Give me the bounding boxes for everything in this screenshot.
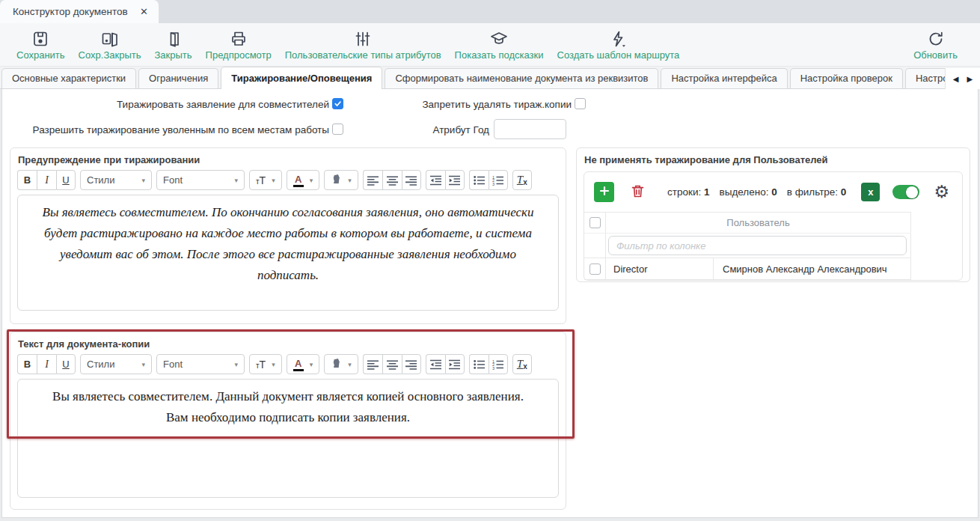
allow-fired-checkbox-label: Разрешить тиражирование уволенным по все… xyxy=(33,124,329,135)
warning-editor-content[interactable]: Вы являетесь совместителем. По окончанию… xyxy=(17,195,559,311)
save-close-label: Сохр.Закрыть xyxy=(79,49,141,61)
underline-button[interactable]: U xyxy=(56,170,76,190)
save-close-button[interactable]: Сохр.Закрыть xyxy=(76,28,144,62)
bullet-list-button[interactable] xyxy=(469,170,489,190)
editor-line: подписать. xyxy=(18,265,558,286)
create-route-template-button[interactable]: Создать шаблон маршрута xyxy=(554,28,683,62)
add-row-button[interactable] xyxy=(594,182,614,202)
warning-editor-toolbar: B I U Стили▾ Font▾ тT▾ A▾ ▾ 12 xyxy=(17,170,559,190)
font-size-dropdown[interactable]: тT▾ xyxy=(249,354,282,374)
export-excel-button[interactable]: x xyxy=(861,183,880,201)
row-checkbox[interactable] xyxy=(589,263,601,275)
show-hints-button[interactable]: Показать подсказки xyxy=(452,28,547,62)
trash-icon xyxy=(630,183,646,201)
delete-row-button[interactable] xyxy=(630,183,646,201)
outdent-button[interactable] xyxy=(426,354,445,374)
editor-line: Вы являетесь совместителем. Данный докум… xyxy=(18,386,558,407)
users-grid-toolbar: строки: 1 выделено: 0 в фильтре: 0 x ⚙ xyxy=(584,172,962,212)
tab-scroll-left-icon[interactable]: ◀ xyxy=(953,75,959,83)
ink-bottle-icon xyxy=(331,174,342,187)
copy-editor-content[interactable]: Вы являетесь совместителем. Данный докум… xyxy=(17,379,559,498)
gear-icon[interactable]: ⚙ xyxy=(934,183,949,201)
styles-dropdown[interactable]: Стили▾ xyxy=(80,354,152,374)
users-grid-card: строки: 1 выделено: 0 в фильтре: 0 x ⚙ П… xyxy=(584,171,963,281)
replicate-checkbox[interactable] xyxy=(332,98,343,109)
filter-toggle[interactable] xyxy=(892,185,919,199)
clear-formatting-button[interactable]: Tx xyxy=(512,170,532,190)
outdent-button[interactable] xyxy=(426,170,445,190)
align-right-button[interactable] xyxy=(402,354,421,374)
text-color-button[interactable]: A▾ xyxy=(287,354,320,374)
align-center-button[interactable] xyxy=(382,170,402,190)
tab-main-characteristics[interactable]: Основные характеристки xyxy=(1,68,136,88)
preview-button[interactable]: Предпросмотр xyxy=(203,28,275,62)
styles-dropdown[interactable]: Стили▾ xyxy=(80,170,152,190)
align-center-button[interactable] xyxy=(382,354,402,374)
bold-button[interactable]: B xyxy=(17,170,37,190)
users-column-header[interactable]: Пользователь xyxy=(606,213,911,233)
attr-year-input[interactable] xyxy=(494,119,566,139)
bullet-list-button[interactable] xyxy=(469,354,489,374)
users-table-row[interactable]: Director Смирнов Александр Александрович xyxy=(584,258,911,280)
selected-count-value: 0 xyxy=(771,186,777,198)
chevron-down-icon: ▾ xyxy=(348,177,352,184)
color-bar xyxy=(293,369,304,371)
grid-counters: строки: 1 выделено: 0 в фильтре: 0 xyxy=(667,186,846,198)
align-left-button[interactable] xyxy=(363,354,382,374)
tab-replication-notifications[interactable]: Тиражирование/Оповещения xyxy=(221,67,382,89)
warning-editor-title: Предупреждение при тиражировании xyxy=(10,148,566,168)
tab-generate-document-name[interactable]: Сформировать наименование документа из р… xyxy=(385,68,658,88)
tab-check-settings[interactable]: Настройка проверок xyxy=(790,68,903,88)
indent-button[interactable] xyxy=(445,170,465,190)
highlight-color-button[interactable]: ▾ xyxy=(324,354,358,374)
tab-close-icon[interactable]: ✕ xyxy=(138,6,150,17)
align-right-button[interactable] xyxy=(402,170,421,190)
chevron-down-icon: ▾ xyxy=(141,361,145,368)
users-table: Пользователь Director Смирнов Александр … xyxy=(584,212,911,280)
font-dropdown[interactable]: Font▾ xyxy=(156,354,245,374)
create-route-template-label: Создать шаблон маршрута xyxy=(557,49,680,61)
indent-button[interactable] xyxy=(445,354,465,374)
refresh-button[interactable]: Обновить xyxy=(910,28,961,62)
preview-label: Предпросмотр xyxy=(206,49,272,61)
filter-empty-cell xyxy=(584,234,606,258)
editor-line: будет растиражировано на каждое место ра… xyxy=(18,223,558,244)
save-button[interactable]: Сохранить xyxy=(13,28,68,62)
align-left-button[interactable] xyxy=(363,170,382,190)
chevron-down-icon: ▾ xyxy=(272,361,275,368)
font-dropdown[interactable]: Font▾ xyxy=(156,170,245,190)
user-name-cell: Смирнов Александр Александрович xyxy=(714,258,911,279)
forbid-delete-checkbox[interactable] xyxy=(575,98,586,109)
tab-scroll-right-icon[interactable]: ▶ xyxy=(967,75,973,83)
tab-interface-settings[interactable]: Настройка интерфейса xyxy=(661,68,787,88)
filter-cell xyxy=(606,234,911,258)
highlight-color-button[interactable]: ▾ xyxy=(324,170,358,190)
custom-attribute-types-label: Пользовательские типы атрибутов xyxy=(285,49,441,61)
numbered-list-button[interactable]: 123 xyxy=(489,354,508,374)
italic-button[interactable]: I xyxy=(37,354,56,374)
close-label: Закрыть xyxy=(155,49,192,61)
lightning-icon xyxy=(609,29,627,48)
window-tab[interactable]: Конструктор документов ✕ xyxy=(0,0,159,23)
italic-button[interactable]: I xyxy=(37,170,56,190)
custom-attribute-types-button[interactable]: Пользовательские типы атрибутов xyxy=(282,28,444,62)
copy-editor-toolbar: B I U Стили▾ Font▾ тT▾ A▾ ▾ 12 xyxy=(17,354,559,374)
text-color-button[interactable]: A▾ xyxy=(287,170,320,190)
select-all-checkbox[interactable] xyxy=(589,217,601,228)
allow-fired-checkbox[interactable] xyxy=(332,124,343,135)
rows-count-label: строки: xyxy=(667,186,701,198)
tab-restrictions[interactable]: Ограничения xyxy=(138,68,218,88)
users-panel-title: Не применять тиражирование для Пользоват… xyxy=(577,148,970,168)
users-exclusion-panel: Не применять тиражирование для Пользоват… xyxy=(576,147,970,282)
filtered-count-label: в фильтре: xyxy=(787,186,838,198)
bold-button[interactable]: B xyxy=(17,354,37,374)
chevron-down-icon: ▾ xyxy=(234,177,238,184)
underline-button[interactable]: U xyxy=(56,354,76,374)
numbered-list-button[interactable]: 123 xyxy=(489,170,508,190)
clear-formatting-button[interactable]: Tx xyxy=(512,354,532,374)
close-button[interactable]: Закрыть xyxy=(152,28,195,62)
page-tab-bar: Основные характеристки Ограничения Тираж… xyxy=(0,66,980,89)
color-bar xyxy=(293,185,304,187)
font-size-dropdown[interactable]: тT▾ xyxy=(249,170,282,190)
column-filter-input[interactable] xyxy=(608,236,907,255)
